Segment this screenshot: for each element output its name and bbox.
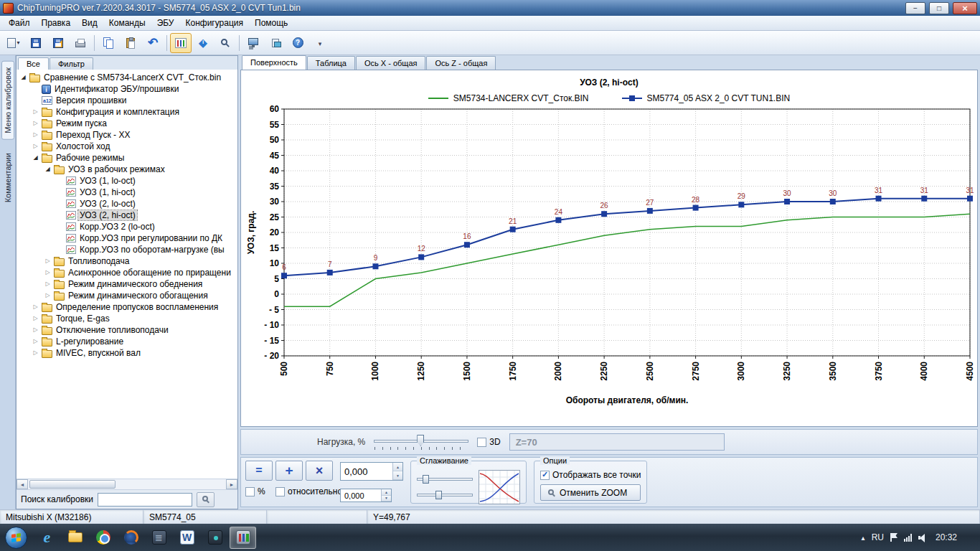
menu-item[interactable]: Правка — [36, 16, 77, 30]
cancel-zoom-button[interactable]: Отменить ZOOM — [540, 484, 641, 501]
relative-value-text[interactable]: 0,000 — [341, 489, 381, 501]
firefox-taskbar-icon[interactable] — [118, 527, 144, 549]
scroll-left-icon[interactable] — [17, 479, 28, 489]
percent-checkbox[interactable] — [245, 487, 255, 496]
show-all-points-checkbox[interactable] — [540, 471, 550, 480]
add-value-button[interactable] — [275, 461, 303, 481]
tree-item[interactable]: УОЗ (2, lo-oct) — [17, 198, 237, 209]
chart-button[interactable] — [170, 33, 192, 53]
app-taskbar-icon[interactable] — [146, 527, 172, 549]
tree-item[interactable]: ▷Холостой ход — [17, 141, 237, 152]
tree-item[interactable]: ▷Режим пуска — [17, 118, 237, 129]
chart-plot[interactable]: - 20- 15- 10- 50510152025303540455055605… — [244, 105, 976, 409]
print-button[interactable] — [70, 33, 91, 53]
minimize-button[interactable] — [905, 2, 925, 14]
pc-button[interactable] — [242, 33, 264, 53]
smoothing-slider-2[interactable] — [417, 490, 473, 500]
spin-up-icon[interactable]: ▲ — [382, 489, 391, 496]
help-button[interactable] — [287, 33, 308, 53]
tree-item[interactable]: ▷Режим динамического обеднения — [17, 278, 237, 290]
volume-icon[interactable] — [918, 533, 929, 542]
tree-item[interactable]: УОЗ (2, hi-oct) — [17, 209, 237, 221]
relative-checkbox[interactable] — [275, 487, 285, 496]
load-slider[interactable] — [374, 434, 468, 450]
z-value-field[interactable]: Z=70 — [509, 433, 725, 451]
tree-item[interactable]: ▷Отключение топливоподачи — [17, 324, 237, 336]
tree-item[interactable]: ▷Топливоподача — [17, 255, 237, 267]
save-button[interactable] — [25, 33, 47, 53]
language-indicator[interactable]: RU — [872, 532, 884, 542]
side-tab[interactable]: Меню калибровок — [1, 61, 14, 140]
scroll-track[interactable] — [28, 479, 226, 489]
relative-spinner[interactable]: ▲▼ — [381, 489, 391, 501]
clock[interactable]: 20:32 — [936, 532, 957, 542]
action-center-flag-icon[interactable] — [890, 533, 897, 542]
side-tab[interactable]: Комментарии — [2, 147, 14, 208]
app2-taskbar-icon[interactable] — [202, 527, 228, 549]
tree-item[interactable]: Корр.УОЗ 2 (lo-oct) — [17, 221, 237, 232]
tree-horizontal-scrollbar[interactable] — [17, 479, 237, 489]
maximize-button[interactable] — [929, 2, 949, 14]
tree-item[interactable]: ▷Режим динамического обогащения — [17, 290, 237, 301]
tree-item[interactable]: ▷Torque, E-gas — [17, 313, 237, 324]
calibration-tab[interactable]: Фильтр — [50, 57, 93, 70]
remote-button[interactable] — [265, 33, 286, 53]
menu-item[interactable]: Команды — [103, 16, 151, 30]
tree-item[interactable]: Идентификатор ЭБУ/прошивки — [17, 83, 237, 95]
relative-value-input[interactable]: 0,000 ▲▼ — [340, 489, 392, 502]
tab-item[interactable]: Таблица — [307, 56, 355, 70]
word-taskbar-icon[interactable] — [174, 527, 200, 549]
start-button[interactable] — [5, 527, 27, 549]
tree-item[interactable]: ◢Сравнение с SM5734-LancerX CVT_Сток.bin — [17, 72, 237, 83]
tree-item[interactable]: Версия прошивки — [17, 95, 237, 106]
network-icon[interactable] — [904, 534, 912, 542]
info-button[interactable] — [192, 33, 214, 53]
tab-item[interactable]: Ось Z - общая — [426, 56, 496, 70]
tree-item[interactable]: ◢Рабочие режимы — [17, 152, 237, 164]
scroll-thumb[interactable] — [29, 480, 116, 489]
menu-item[interactable]: ЭБУ — [151, 16, 180, 30]
paste-button[interactable] — [120, 33, 141, 53]
spin-down-icon[interactable]: ▼ — [382, 496, 391, 502]
set-value-button[interactable] — [245, 461, 273, 481]
smoothing-slider-1[interactable] — [417, 474, 473, 484]
undo-button[interactable] — [142, 33, 164, 53]
tree-item[interactable]: ▷L-регулирование — [17, 336, 237, 347]
tree-item[interactable]: Корр.УОЗ при регулировании по ДК — [17, 232, 237, 244]
3d-checkbox[interactable] — [477, 438, 486, 447]
tree-item[interactable]: ◢УОЗ в рабочих режимах — [17, 164, 237, 175]
tree-item[interactable]: ▷Переход Пуск - ХХ — [17, 129, 237, 141]
menu-item[interactable]: Файл — [3, 16, 36, 30]
open-button[interactable]: ▾ — [3, 33, 24, 53]
tree-item[interactable]: ▷Асинхронное обогащение по приращени — [17, 267, 237, 278]
value-input-text[interactable]: 0,000 — [341, 463, 392, 480]
calibration-tab[interactable]: Все — [18, 57, 49, 70]
scroll-right-icon[interactable] — [226, 479, 237, 489]
hidden-icons-button[interactable] — [862, 532, 865, 542]
tree-item[interactable]: ▷Определение пропусков воспламенения — [17, 301, 237, 313]
menu-item[interactable]: Конфигурация — [179, 16, 249, 30]
chiptuning-taskbar-icon[interactable] — [230, 527, 256, 549]
slider-thumb[interactable] — [435, 491, 442, 499]
tab-active[interactable]: Поверхность — [242, 55, 306, 70]
slider-thumb[interactable] — [417, 435, 424, 446]
slider-thumb[interactable] — [423, 475, 429, 484]
search-button[interactable] — [197, 492, 215, 507]
save-as-button[interactable] — [47, 33, 69, 53]
search-input[interactable] — [98, 493, 192, 507]
menu-item[interactable]: Помощь — [249, 16, 293, 30]
multiply-value-button[interactable] — [306, 461, 333, 481]
more-button[interactable] — [309, 33, 331, 53]
tree-item[interactable]: Корр.УОЗ по оборотам-нагрузке (вы — [17, 244, 237, 255]
close-button[interactable] — [953, 2, 977, 14]
ie-taskbar-icon[interactable] — [34, 527, 60, 549]
value-input[interactable]: 0,000 ▲▼ — [340, 462, 403, 481]
spin-up-icon[interactable]: ▲ — [393, 463, 402, 471]
tree-item[interactable]: УОЗ (1, lo-oct) — [17, 175, 237, 187]
tab-item[interactable]: Ось X - общая — [356, 56, 426, 70]
chrome-taskbar-icon[interactable] — [90, 527, 116, 549]
menu-item[interactable]: Вид — [76, 16, 103, 30]
copy-button[interactable] — [98, 33, 119, 53]
explorer-taskbar-icon[interactable] — [62, 527, 88, 549]
zoom-button[interactable] — [215, 33, 236, 53]
